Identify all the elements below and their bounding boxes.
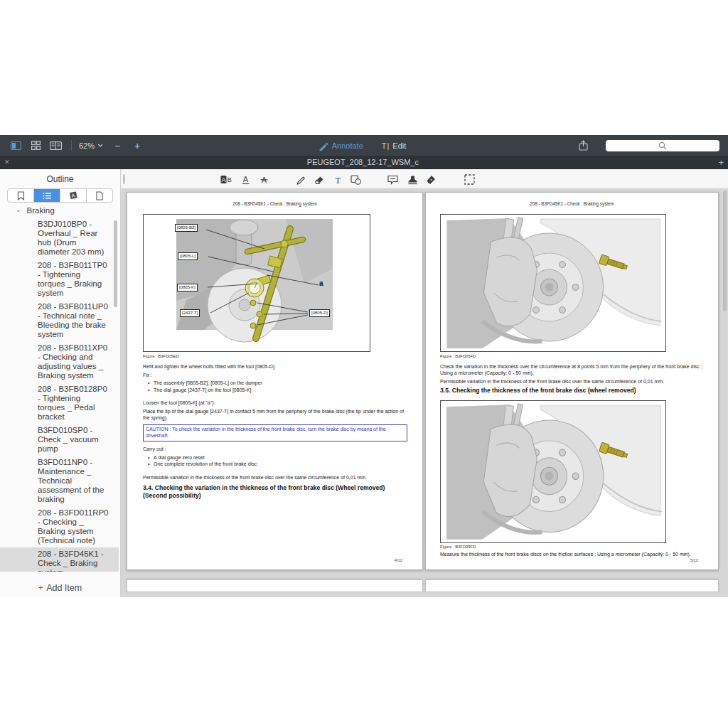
sidebar-toggle-button[interactable] (9, 139, 23, 153)
page-number: 5/12 (690, 558, 698, 562)
outline-item[interactable]: B3FD011NP0 - Maintenance _ Technical ass… (0, 456, 119, 506)
tab-bar: ✕ PEUGEOT_208_12-17_WSM_c + (0, 156, 728, 169)
outline-item-selected[interactable]: 208 - B3FD45K1 - Check _ Braking system (0, 547, 119, 572)
add-item-label: Add Item (46, 583, 82, 593)
scrollbar-thumb[interactable] (723, 191, 727, 311)
toolbar-drag-handle[interactable] (123, 174, 125, 184)
tab-close-button[interactable]: ✕ (4, 159, 10, 166)
paragraph: Measure the thickness of the front brake… (440, 551, 706, 557)
thumbnail-grid-button[interactable] (28, 139, 43, 153)
share-icon (579, 140, 588, 151)
underline-tool[interactable]: A (239, 173, 252, 186)
two-page-view-icon (50, 141, 62, 150)
shapes-tool[interactable] (350, 173, 363, 186)
outline-item[interactable]: 208 - B3FD011RP0 - Checking _ Braking sy… (0, 506, 119, 547)
figure-caption: Figure : B3FD05FD (440, 354, 476, 358)
pdf-page-right: 208 - B3FD45K1 - Check : Braking system (425, 192, 719, 570)
paragraph: Check the variation in the thickness ove… (440, 363, 706, 376)
svg-text:T: T (335, 175, 341, 185)
new-tab-button[interactable]: + (718, 158, 724, 167)
search-input[interactable] (606, 140, 719, 151)
mode-switcher: Annotate T| Edit (318, 135, 407, 156)
bullet-item: The assembly [0805-BZ], [0805-L] on the … (154, 380, 407, 386)
section-heading-3-4: 3.4. Checking the variation in the thick… (143, 484, 407, 500)
plus-icon: + (134, 141, 140, 151)
highlight-text-tool[interactable]: AB (220, 173, 232, 186)
zoom-level-control[interactable]: 62% (79, 141, 103, 150)
figure-caption: Figure : B3FD05FD (440, 545, 476, 549)
tab-pages[interactable] (87, 189, 112, 202)
app-window: 62% − + Annotate T| Edit ✕ PEUGEO (0, 135, 728, 597)
outline-item[interactable]: 208 - B3FB011XP0 - Checking and adjustin… (0, 341, 119, 382)
outline-item[interactable]: 208 - B3FB011TP0 - Tightening torques _ … (0, 259, 119, 300)
outline-list-icon (43, 192, 52, 200)
pencil-tool[interactable] (294, 173, 307, 186)
brake-disc-figure-image (441, 401, 665, 542)
sidebar-tab-switcher: A (7, 188, 113, 203)
figure-label-a: a (319, 279, 323, 287)
paragraph: Permissible variation in the thickness o… (143, 474, 407, 481)
tab-annotations[interactable]: A (60, 189, 87, 202)
stamp-tool[interactable] (406, 173, 419, 186)
zoom-in-button[interactable]: + (130, 139, 144, 153)
page-icon (96, 191, 103, 200)
outline-root-braking[interactable]: ⌄ Braking (0, 205, 120, 218)
figure-label-0805-L: [0805-L] (178, 252, 198, 260)
paragraph: Permissible variation in the thickness o… (440, 378, 706, 385)
paragraph: Place the tip of the dial gauge [2437-T]… (143, 408, 407, 421)
comment-tool[interactable] (387, 173, 400, 186)
search-icon (658, 141, 667, 150)
zoom-level-value: 62% (79, 141, 95, 150)
select-marquee-tool[interactable] (463, 173, 476, 186)
document-scrollbar[interactable] (722, 191, 727, 594)
caution-note: CAUTION : To check the variation in the … (143, 424, 407, 442)
document-tab[interactable]: PEUGEOT_208_12-17_WSM_c (307, 158, 419, 166)
annotations-icon: A (69, 191, 78, 200)
outline-item[interactable]: 208 - B3FB011UP0 - Technical note _ Blee… (0, 300, 119, 341)
outline-tree: ⌄ Braking B3DJ010BP0 - Overhaul _ Rear h… (0, 205, 120, 572)
page-number: 4/12 (395, 558, 402, 562)
outline-item[interactable]: B3FD010SP0 - Check _ vacuum pump (0, 424, 119, 456)
next-page-left-edge (127, 579, 423, 592)
annotate-mode-button[interactable]: Annotate (318, 141, 363, 151)
pdf-page-left: 208 - B3FD45K1 - Check : Braking system (127, 192, 423, 570)
svg-text:A: A (221, 176, 225, 183)
figure-dial-gauge-setup: [0805-BZ] [0805-L] [0805-K] [2437-T] [08… (143, 214, 370, 352)
paragraph: Refit and tighten the wheel bolts fitted… (143, 363, 407, 370)
tab-outline[interactable] (34, 189, 60, 202)
main-toolbar: 62% − + Annotate T| Edit (0, 135, 728, 156)
text-tool[interactable]: T (331, 173, 344, 186)
add-item-button[interactable]: +Add Item (0, 583, 120, 593)
outline-item[interactable]: 208 - B3FB0128P0 - Tightening torques _ … (0, 382, 119, 424)
two-page-view-button[interactable] (48, 139, 63, 153)
section-heading-3-5: 3.5. Checking the thickness of the front… (440, 387, 706, 395)
eraser-tool[interactable] (313, 173, 326, 186)
strikethrough-tool[interactable]: A (257, 173, 270, 186)
annotation-toolbar: AB A A T (121, 169, 728, 189)
paragraph: Fix : (143, 372, 407, 378)
outline-root-label: Braking (27, 206, 55, 215)
bullet-item: One complete revolution of the front bra… (154, 461, 407, 467)
tab-bookmarks[interactable] (8, 189, 34, 202)
sidebar-scrollbar[interactable] (114, 220, 117, 307)
svg-text:A: A (242, 175, 248, 183)
zoom-out-button[interactable]: − (110, 139, 124, 153)
figure-brake-disc-2 (440, 400, 666, 543)
annotate-label: Annotate (332, 141, 363, 150)
minus-icon: − (114, 141, 120, 151)
outline-item[interactable]: B3DJ010BP0 - Overhaul _ Rear hub (Drum d… (0, 218, 119, 259)
sidebar-title: Outline (0, 169, 120, 184)
toolbar-right-group (576, 139, 719, 153)
page-header: 208 - B3FD45K1 - Check : Braking system (426, 201, 718, 206)
figure-brake-disc-1 (440, 214, 666, 352)
document-viewer: AB A A T (121, 169, 728, 597)
pen-tool[interactable] (424, 173, 437, 186)
edit-text-icon: T| (382, 141, 390, 150)
sidebar: Outline A ⌄ Braking (0, 169, 121, 597)
next-page-right-edge (425, 579, 719, 592)
share-button[interactable] (576, 139, 590, 153)
bookmark-icon (17, 191, 25, 200)
edit-mode-button[interactable]: T| Edit (382, 141, 407, 150)
figure-label-0805-BZ: [0805-BZ] (175, 224, 198, 232)
page-header: 208 - B3FD45K1 - Check : Braking system (127, 201, 422, 206)
